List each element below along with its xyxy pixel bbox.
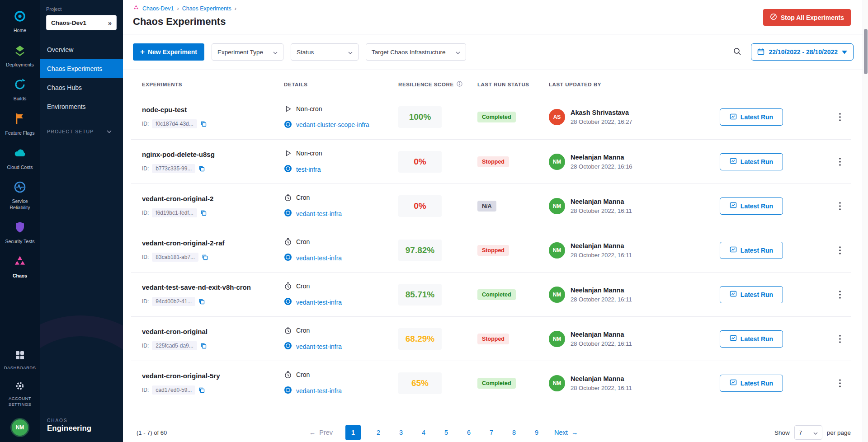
page-button-5[interactable]: 5 [441, 425, 451, 440]
latest-run-button[interactable]: Latest Run [720, 242, 783, 259]
page-button-2[interactable]: 2 [373, 425, 383, 440]
resilience-score: 0% [398, 195, 442, 217]
table-row: vedant-cron-original-2 ID: f6d19bc1-fedf… [131, 183, 851, 228]
avatar: NM [549, 287, 565, 303]
nav-item-dashboards[interactable]: DASHBOARDS [0, 345, 40, 376]
sidebar-item-chaos-hubs[interactable]: Chaos Hubs [40, 78, 123, 97]
experiment-name[interactable]: vedant-cron-original [142, 328, 284, 335]
search-icon [733, 47, 742, 57]
page-button-9[interactable]: 9 [532, 425, 542, 440]
id-prefix: ID: [142, 210, 149, 216]
nav-item-feature-flags[interactable]: Feature Flags [0, 107, 40, 141]
nav-item-account-settings[interactable]: ACCOUNT SETTINGS [0, 376, 40, 412]
next-page-button[interactable]: Next → [554, 429, 578, 436]
experiment-name[interactable]: vedant-test-save-nd-exit-v8h-cron [142, 283, 284, 291]
experiment-name[interactable]: nginx-pod-delete-u8sg [142, 150, 284, 158]
sidebar-item-environments[interactable]: Environments [40, 97, 123, 116]
copy-icon[interactable] [200, 343, 207, 349]
filter-label: Status [297, 49, 314, 56]
sidebar-item-chaos-experiments[interactable]: Chaos Experiments [40, 59, 123, 78]
copy-icon[interactable] [200, 121, 207, 127]
latest-run-button[interactable]: Latest Run [720, 108, 783, 126]
copy-icon[interactable] [198, 387, 205, 393]
prev-page-button[interactable]: ← Prev [309, 429, 333, 436]
updated-timestamp: 28 October 2022, 16:11 [571, 340, 632, 347]
experiment-name[interactable]: vedant-cron-original-2-raf [142, 239, 284, 247]
chevron-down-icon [813, 429, 818, 436]
copy-icon[interactable] [202, 254, 208, 260]
latest-run-button[interactable]: Latest Run [720, 197, 783, 215]
chevron-down-icon [273, 49, 278, 56]
infrastructure-link[interactable]: vedant-test-infra [296, 254, 342, 262]
infrastructure-icon [284, 386, 292, 395]
status-badge: Completed [477, 112, 516, 122]
breadcrumb-experiments-link[interactable]: Chaos Experiments [182, 5, 231, 12]
collapse-sidebar-icon[interactable]: » [108, 19, 112, 27]
copy-icon[interactable] [198, 298, 205, 305]
nav-item-security-tests[interactable]: Security Tests [0, 216, 40, 250]
page-button-3[interactable]: 3 [396, 425, 406, 440]
pagination-pages: 123456789 [345, 425, 542, 440]
date-range-picker[interactable]: 22/10/2022 - 28/10/2022 [751, 43, 854, 61]
resilience-score: 68.29% [398, 328, 442, 350]
experiment-name[interactable]: node-cpu-test [142, 106, 284, 113]
latest-run-button[interactable]: Latest Run [720, 286, 783, 303]
breadcrumb-separator: › [235, 5, 236, 12]
nav-item-label: DASHBOARDS [4, 365, 36, 371]
filter-label: Experiment Type [217, 49, 263, 56]
user-avatar[interactable]: NM [12, 419, 28, 436]
stopwatch-icon [284, 371, 292, 379]
search-button[interactable] [730, 44, 745, 60]
page-button-8[interactable]: 8 [509, 425, 519, 440]
row-menu-kebab-icon[interactable] [834, 287, 846, 302]
infrastructure-link[interactable]: test-infra [296, 166, 321, 173]
infrastructure-link[interactable]: vedant-test-infra [296, 387, 342, 395]
nav-item-cloud-costs[interactable]: Cloud Costs [0, 141, 40, 176]
row-menu-kebab-icon[interactable] [834, 109, 846, 125]
infrastructure-link[interactable]: vedant-cluster-scope-infra [296, 121, 369, 128]
nav-item-deployments[interactable]: Deployments [0, 39, 40, 73]
row-menu-kebab-icon[interactable] [834, 331, 846, 347]
page-button-4[interactable]: 4 [419, 425, 429, 440]
filter-experiment-type[interactable]: Experiment Type [212, 43, 283, 61]
infrastructure-link[interactable]: vedant-test-infra [296, 299, 342, 306]
copy-icon[interactable] [198, 165, 205, 172]
new-experiment-button[interactable]: + New Experiment [133, 43, 204, 61]
nav-item-label: ACCOUNT SETTINGS [1, 396, 38, 407]
stop-all-experiments-button[interactable]: Stop All Experiments [763, 9, 851, 26]
experiment-name[interactable]: vedant-cron-original-5ry [142, 372, 284, 380]
column-details: DETAILS [284, 82, 398, 87]
breadcrumb-project-link[interactable]: Chaos-Dev1 [142, 5, 174, 12]
latest-run-button[interactable]: Latest Run [720, 330, 783, 348]
sidebar-item-overview[interactable]: Overview [40, 40, 123, 59]
nav-item-home[interactable]: Home [0, 5, 40, 39]
experiment-name[interactable]: vedant-cron-original-2 [142, 195, 284, 202]
page-button-1[interactable]: 1 [345, 425, 361, 440]
row-menu-kebab-icon[interactable] [834, 154, 846, 169]
status-badge: Completed [477, 289, 516, 300]
table-row: vedant-cron-original-2-raf ID: 83cab181-… [131, 228, 851, 272]
filter-target-chaos-infrastructure[interactable]: Target Chaos Infrastructure [366, 43, 466, 61]
project-setup-toggle[interactable]: PROJECT SETUP [40, 129, 123, 134]
latest-run-button[interactable]: Latest Run [720, 375, 783, 392]
page-button-7[interactable]: 7 [486, 425, 496, 440]
infrastructure-link[interactable]: vedant-test-infra [296, 343, 342, 350]
row-menu-kebab-icon[interactable] [834, 198, 846, 214]
nav-item-chaos[interactable]: Chaos [0, 250, 40, 284]
scrollbar-track[interactable] [863, 0, 868, 442]
row-menu-kebab-icon[interactable] [834, 243, 846, 258]
scrollbar-thumb[interactable] [864, 29, 868, 74]
latest-run-button[interactable]: Latest Run [720, 153, 783, 170]
nav-item-service-reliability[interactable]: Service Reliability [0, 175, 40, 216]
nav-item-builds[interactable]: Builds [0, 73, 40, 107]
infrastructure-icon [284, 253, 292, 263]
filter-status[interactable]: Status [291, 43, 359, 61]
app-root: Home Deployments Builds Feature Flags Cl… [0, 0, 868, 442]
infrastructure-link[interactable]: vedant-test-infra [296, 210, 342, 217]
copy-icon[interactable] [200, 210, 207, 216]
project-selector[interactable]: Chaos-Dev1 » [46, 15, 117, 30]
info-icon[interactable] [457, 81, 462, 88]
page-size-select[interactable]: 7 [794, 425, 822, 440]
page-button-6[interactable]: 6 [464, 425, 474, 440]
row-menu-kebab-icon[interactable] [834, 376, 846, 391]
